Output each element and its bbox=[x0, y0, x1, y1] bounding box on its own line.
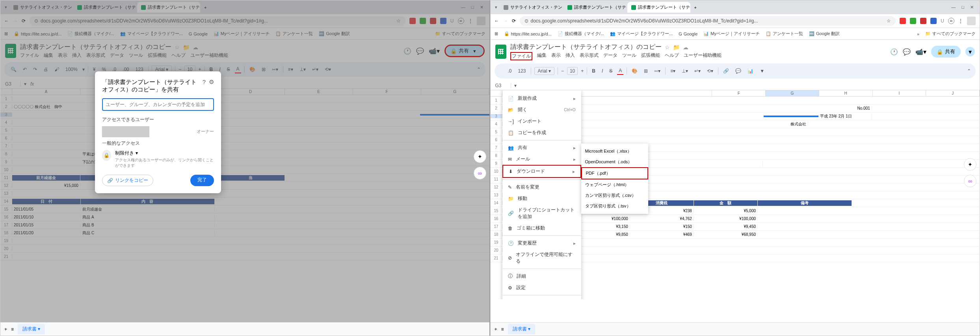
star-icon[interactable]: ☆ bbox=[887, 18, 891, 24]
sheet-tab[interactable]: 請求書 ▾ bbox=[508, 324, 535, 334]
download-pdf[interactable]: PDF（.pdf） bbox=[581, 167, 648, 179]
column-header[interactable]: J bbox=[926, 90, 980, 96]
bookmark-item[interactable]: 📋 アンケート一覧 bbox=[766, 31, 803, 37]
extension-icon[interactable] bbox=[920, 18, 926, 24]
menu-details[interactable]: ⓘ 詳細 bbox=[502, 271, 581, 282]
menu-file[interactable]: ファイル bbox=[510, 52, 532, 60]
history-icon[interactable]: 🕐 bbox=[890, 48, 898, 56]
menu-history[interactable]: 🕐 変更履歴▸ bbox=[502, 237, 581, 249]
menu-trash[interactable]: 🗑 ゴミ箱に移動 bbox=[502, 222, 581, 234]
star-icon[interactable]: ☆ bbox=[665, 44, 670, 50]
menu-format[interactable]: 表示形式 bbox=[580, 52, 599, 60]
spreadsheet-grid[interactable]: A F G H I J 1 2No.001 3平成 23年 2月 1日 4株式会… bbox=[491, 90, 980, 299]
sheets-logo-icon[interactable] bbox=[495, 45, 506, 59]
add-sheet-button[interactable]: + bbox=[4, 327, 7, 332]
menu-data[interactable]: データ bbox=[603, 52, 617, 60]
borders-button[interactable]: ⊞ bbox=[642, 67, 649, 75]
size-increase[interactable]: + bbox=[581, 68, 584, 74]
menu-copy[interactable]: 📋 コピーを作成 bbox=[502, 127, 581, 138]
toolbar-overflow-icon[interactable]: ⌃ bbox=[967, 68, 971, 74]
halign-button[interactable]: ≡▾ bbox=[669, 67, 677, 75]
site-info-icon[interactable]: ⊙ bbox=[524, 18, 528, 24]
column-header[interactable]: G bbox=[766, 90, 819, 96]
menu-tools[interactable]: ツール bbox=[622, 52, 636, 60]
merge-button[interactable]: ⇿▾ bbox=[653, 67, 662, 75]
all-sheets-button[interactable]: ≡ bbox=[11, 327, 14, 332]
menu-mail[interactable]: ✉ メール▸ bbox=[502, 153, 581, 165]
menu-shortcut[interactable]: 🔗 ドライブにショートカットを追加 bbox=[502, 204, 581, 222]
restricted-select[interactable]: 制限付き ▾ bbox=[115, 150, 214, 157]
all-bookmarks[interactable]: 📁 すべてのブックマーク bbox=[925, 31, 976, 37]
menu-open[interactable]: 📂 開くCtrl+O bbox=[502, 104, 581, 116]
size-decrease[interactable]: − bbox=[561, 68, 564, 74]
copy-link-button[interactable]: 🔗 リンクをコピー bbox=[102, 175, 153, 186]
menu-print[interactable]: 🖨 印刷Ctrl+P bbox=[502, 297, 581, 299]
filter-button[interactable]: ▼ bbox=[758, 67, 766, 75]
done-button[interactable]: 完了 bbox=[190, 175, 214, 186]
chart-button[interactable]: 📊 bbox=[746, 67, 755, 75]
url-input[interactable]: ⊙ docs.google.com/spreadsheets/d/1sDDVe2… bbox=[520, 16, 896, 26]
back-button[interactable]: ← bbox=[495, 18, 499, 24]
extension-icon[interactable] bbox=[930, 18, 937, 24]
menu-new[interactable]: 📄 新規作成▸ bbox=[502, 93, 581, 104]
new-tab-button[interactable]: + bbox=[691, 5, 700, 10]
menu-download[interactable]: ⬇ ダウンロード▸ bbox=[502, 165, 581, 178]
menu-view[interactable]: 表示 bbox=[551, 52, 561, 60]
column-header[interactable]: I bbox=[873, 90, 926, 96]
menu-share[interactable]: 👥 共有▸ bbox=[502, 142, 581, 153]
rotate-button[interactable]: ⟲▾ bbox=[705, 67, 715, 75]
comment-button[interactable]: 💬 bbox=[734, 67, 743, 75]
name-box[interactable]: G3 bbox=[495, 83, 511, 88]
strike-button[interactable]: S bbox=[608, 67, 614, 75]
share-button[interactable]: 🔒 共有 bbox=[931, 46, 961, 58]
download-tsv[interactable]: タブ区切り形式（.tsv） bbox=[581, 201, 648, 211]
download-xlsx[interactable]: Microsoft Excel（.xlsx） bbox=[581, 146, 648, 157]
column-header[interactable]: F bbox=[712, 90, 766, 96]
menu-import[interactable]: →] インポート bbox=[502, 116, 581, 127]
column-header[interactable]: H bbox=[819, 90, 873, 96]
fill-color-button[interactable]: 🎨 bbox=[630, 67, 639, 75]
bookmark-item[interactable]: 📄 接続機器（マイク/... bbox=[558, 31, 604, 37]
bookmark-item[interactable]: G Google bbox=[679, 32, 697, 36]
minimize-button[interactable]: — bbox=[951, 5, 956, 10]
apps-icon[interactable]: ⊞ bbox=[495, 31, 498, 36]
tab-2[interactable]: 請求書テンプレート（サテライトオフ✕ bbox=[563, 2, 627, 13]
menu-offline[interactable]: ⊘ オフラインで使用可能にする bbox=[502, 249, 581, 267]
menu-icon[interactable]: ⋮ bbox=[958, 18, 963, 24]
move-icon[interactable]: 📁 bbox=[673, 44, 680, 50]
meet-icon[interactable]: 📹▾ bbox=[915, 48, 926, 56]
profile-icon[interactable] bbox=[967, 17, 976, 25]
bold-button[interactable]: B bbox=[590, 67, 597, 75]
gear-icon[interactable]: ⚙ bbox=[209, 78, 214, 93]
bookmark-item[interactable]: 🔤 Google 翻訳 bbox=[809, 31, 840, 37]
menu-settings[interactable]: ⚙ 設定 bbox=[502, 282, 581, 293]
cloud-icon[interactable]: ☁ bbox=[683, 44, 688, 50]
comment-icon[interactable]: 💬 bbox=[903, 48, 911, 56]
menu-insert[interactable]: 挿入 bbox=[565, 52, 575, 60]
menu-move[interactable]: 📁 移動 bbox=[502, 193, 581, 204]
bookmark-item[interactable]: 📊 Myページ｜アイリサーチ bbox=[703, 31, 760, 37]
menu-accessibility[interactable]: ユーザー補助機能 bbox=[684, 52, 722, 60]
forward-button[interactable]: → bbox=[503, 18, 508, 24]
all-sheets-button[interactable]: ≡ bbox=[501, 327, 504, 332]
font-select[interactable]: Arial ▾ bbox=[534, 67, 554, 75]
download-html[interactable]: ウェブページ（.html） bbox=[581, 179, 648, 190]
help-icon[interactable]: ? bbox=[203, 78, 206, 93]
download-csv[interactable]: カンマ区切り形式（.csv） bbox=[581, 190, 648, 201]
text-color-button[interactable]: A bbox=[617, 67, 623, 75]
tab-3-active[interactable]: 請求書テンプレート（サテライトオフ✕ bbox=[627, 2, 690, 13]
bookmark-item[interactable]: 👥 マイページ【クラウドワー... bbox=[610, 31, 673, 37]
maximize-button[interactable]: □ bbox=[961, 5, 964, 10]
explore-button[interactable]: ✦ bbox=[964, 158, 976, 171]
ai-button[interactable]: ∞ bbox=[964, 175, 976, 187]
sheet-tab[interactable]: 請求書 ▾ bbox=[18, 324, 45, 334]
extension-icon[interactable] bbox=[900, 18, 906, 24]
valign-button[interactable]: ⊥▾ bbox=[680, 67, 690, 75]
close-button[interactable]: ✕ bbox=[970, 5, 974, 10]
menu-edit[interactable]: 編集 bbox=[537, 52, 547, 60]
menu-extensions[interactable]: 拡張機能 bbox=[641, 52, 660, 60]
extension-icon[interactable]: U bbox=[941, 18, 944, 24]
add-sheet-button[interactable]: + bbox=[495, 327, 497, 332]
reload-button[interactable]: ⟳ bbox=[512, 18, 516, 24]
extension-icon[interactable] bbox=[910, 18, 916, 24]
